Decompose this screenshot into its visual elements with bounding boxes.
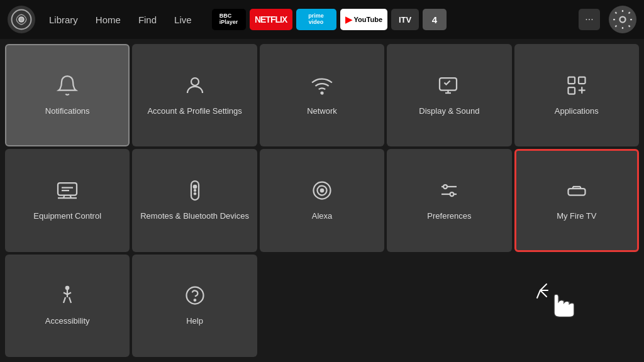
top-navigation: Library Home Find Live BBCiPlayer NETFLI… [0, 0, 644, 39]
user-icon [184, 74, 206, 100]
firetv-icon [565, 179, 588, 205]
svg-point-2 [620, 17, 626, 23]
app-youtube[interactable]: ▶YouTube [340, 9, 387, 30]
grid-item-remotes[interactable]: Remotes & Bluetooth Devices [132, 149, 257, 251]
svg-point-3 [191, 78, 199, 85]
myfiretv-label: My Fire TV [557, 211, 596, 222]
nav-home[interactable]: Home [88, 11, 128, 29]
svg-point-11 [193, 185, 196, 189]
nav-find[interactable]: Find [131, 11, 164, 29]
settings-button[interactable] [609, 6, 636, 33]
svg-point-20 [450, 192, 454, 196]
display-icon [438, 74, 460, 100]
svg-rect-21 [568, 189, 585, 195]
help-icon [184, 284, 206, 310]
accessibility-label: Accessibility [45, 316, 90, 327]
grid-item-display-sound[interactable]: Display & Sound [387, 44, 511, 146]
grid-item-network[interactable]: Network [260, 44, 384, 146]
app-logo[interactable] [8, 6, 35, 33]
preferences-label: Preferences [427, 211, 471, 222]
svg-rect-9 [58, 183, 77, 195]
svg-rect-6 [568, 77, 575, 84]
alexa-icon [311, 179, 333, 205]
grid-item-help[interactable]: Help [132, 255, 257, 357]
svg-point-16 [321, 189, 324, 192]
settings-grid-wrapper: Notifications Account & Profile Settings… [0, 39, 644, 362]
nav-links: Library Home Find Live [42, 11, 199, 29]
remotes-label: Remotes & Bluetooth Devices [140, 211, 249, 222]
help-label: Help [186, 316, 203, 327]
monitor-icon [56, 179, 79, 205]
svg-rect-5 [440, 78, 457, 90]
grid-item-account[interactable]: Account & Profile Settings [132, 44, 257, 146]
equipment-label: Equipment Control [33, 211, 101, 222]
svg-point-1 [19, 17, 24, 22]
settings-grid: Notifications Account & Profile Settings… [0, 39, 644, 362]
app-netflix[interactable]: NETFLIX [250, 9, 292, 30]
grid-item-preferences[interactable]: Preferences [387, 149, 511, 251]
grid-item-accessibility[interactable]: Accessibility [5, 255, 130, 357]
grid-item-notifications[interactable]: Notifications [5, 44, 130, 146]
remote-icon [184, 179, 206, 205]
app-itv[interactable]: ITV [391, 9, 419, 30]
nav-live[interactable]: Live [167, 11, 199, 29]
network-label: Network [307, 106, 337, 117]
accessibility-icon [56, 284, 79, 310]
app-prime[interactable]: primevideo [296, 9, 336, 30]
app-bbc[interactable]: BBCiPlayer [212, 9, 246, 30]
apps-icon [565, 74, 588, 100]
more-apps-button[interactable]: ··· [579, 9, 600, 30]
account-label: Account & Profile Settings [147, 106, 242, 117]
grid-item-myfiretv[interactable]: My Fire TV [514, 149, 639, 251]
notifications-label: Notifications [45, 106, 90, 117]
display-sound-label: Display & Sound [419, 106, 479, 117]
svg-point-28 [194, 300, 195, 301]
svg-rect-7 [579, 77, 586, 84]
svg-point-19 [443, 185, 447, 189]
grid-item-alexa[interactable]: Alexa [260, 149, 384, 251]
alexa-label: Alexa [312, 211, 333, 222]
applications-label: Applications [555, 106, 599, 117]
svg-point-25 [66, 287, 69, 290]
wifi-icon [311, 74, 333, 100]
app-shortcuts: BBCiPlayer NETFLIX primevideo ▶YouTube I… [212, 9, 572, 30]
svg-point-4 [321, 92, 323, 94]
app-channel4[interactable]: 4 [423, 9, 447, 30]
grid-item-applications[interactable]: Applications [514, 44, 639, 146]
svg-rect-8 [568, 87, 575, 94]
nav-library[interactable]: Library [42, 11, 86, 29]
bell-icon [56, 74, 79, 100]
sliders-icon [438, 179, 460, 205]
grid-item-equipment[interactable]: Equipment Control [5, 149, 130, 251]
